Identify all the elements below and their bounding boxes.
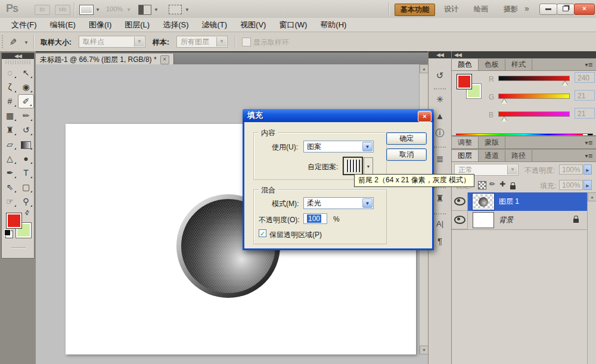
sample-size-select[interactable]: 取样点 ▼ xyxy=(79,36,145,48)
tab-close-icon[interactable]: × xyxy=(160,55,169,64)
workspace-basic-button[interactable]: 基本功能 xyxy=(395,4,435,16)
workspace-photography-button[interactable]: 摄影 xyxy=(498,4,523,15)
minibridge-icon[interactable]: Mb xyxy=(55,5,70,15)
screen-mode-icon[interactable] xyxy=(169,5,182,14)
dialog-opacity-input[interactable]: 100 xyxy=(303,213,327,224)
path-selection-tool-icon[interactable]: ⇖ xyxy=(2,180,18,194)
dialog-close-icon[interactable]: × xyxy=(418,111,432,122)
layer-thumbnail[interactable] xyxy=(473,212,494,228)
slider-b-value[interactable]: 21 xyxy=(575,108,595,119)
bridge-icon[interactable]: Br xyxy=(35,5,50,15)
zoom-level[interactable]: 100% xyxy=(106,4,123,14)
view-extras-caret-icon[interactable]: ▼ xyxy=(95,7,100,13)
slider-r-value[interactable]: 240 xyxy=(575,72,595,83)
view-extras-icon[interactable] xyxy=(79,5,94,15)
navigator-icon[interactable]: ✳ xyxy=(429,94,451,105)
menu-edit[interactable]: 编辑(E) xyxy=(44,18,82,32)
custom-pattern-swatch[interactable] xyxy=(343,157,362,175)
layers-scrollbar[interactable]: ▲ xyxy=(587,192,596,364)
layer-thumbnail[interactable] xyxy=(473,194,494,210)
layer-row-background[interactable]: 背景 xyxy=(452,211,587,230)
menu-window[interactable]: 窗口(W) xyxy=(272,18,313,32)
slider-r[interactable] xyxy=(498,76,570,81)
lock-transparency-icon[interactable] xyxy=(478,181,486,189)
slider-b-thumb[interactable] xyxy=(501,117,507,122)
eye-icon[interactable] xyxy=(454,216,465,224)
fill-value[interactable]: 100% xyxy=(559,180,583,190)
use-select[interactable]: 图案 ▼ xyxy=(303,141,374,153)
visibility-cell[interactable] xyxy=(452,192,468,211)
scroll-up-icon[interactable]: ▲ xyxy=(420,64,429,73)
mode-select[interactable]: 柔光 ▼ xyxy=(303,197,374,209)
fill-arrow-icon[interactable]: ▶ xyxy=(583,180,592,190)
swap-colors-icon[interactable]: ⇄ xyxy=(23,209,31,217)
dock-collapse-icon[interactable]: ◀◀ xyxy=(429,51,451,58)
burn-tool-icon[interactable]: ● xyxy=(18,151,34,166)
color-foreground-swatch[interactable] xyxy=(457,74,472,89)
preserve-transparency-checkbox[interactable]: ✓ xyxy=(259,229,266,237)
eraser-tool-icon[interactable]: ▱ xyxy=(2,137,18,151)
sample-select[interactable]: 所有图层 ▼ xyxy=(176,36,228,48)
opacity-value[interactable]: 100% xyxy=(559,164,583,175)
default-colors-icon[interactable] xyxy=(4,229,11,236)
arrange-documents-icon[interactable] xyxy=(138,5,151,15)
arrange-caret-icon[interactable]: ▼ xyxy=(154,7,159,13)
screen-mode-caret-icon[interactable]: ▼ xyxy=(185,7,190,13)
eyedropper-tool-icon[interactable]: ✐ xyxy=(10,36,17,46)
layer-row-1[interactable]: 图层 1 xyxy=(452,192,587,211)
tab-styles[interactable]: 样式 xyxy=(505,59,532,70)
layer-name[interactable]: 图层 1 xyxy=(499,197,519,207)
eyedropper-tool-selected-icon[interactable]: ✐ xyxy=(18,94,34,108)
restore-button[interactable] xyxy=(557,4,575,15)
type-tool-icon[interactable]: T xyxy=(18,166,34,180)
scroll-up-icon[interactable]: ▲ xyxy=(588,192,596,201)
crop-tool-icon[interactable]: # xyxy=(2,94,18,108)
marquee-tool-icon[interactable]: ◌ xyxy=(2,66,18,80)
pattern-picker-arrow-icon[interactable]: ▼ xyxy=(364,157,373,176)
tab-color[interactable]: 颜色 xyxy=(452,59,479,70)
scroll-down-icon[interactable]: ▼ xyxy=(420,346,429,354)
clone-stamp-tool-icon[interactable]: ♜ xyxy=(2,123,18,137)
hand-tool-icon[interactable]: ☞ xyxy=(2,194,18,209)
zoom-tool-icon[interactable]: ⚲ xyxy=(18,194,34,209)
opacity-arrow-icon[interactable]: ▶ xyxy=(583,164,592,175)
workspace-painting-button[interactable]: 绘画 xyxy=(468,4,493,15)
menu-select[interactable]: 选择(S) xyxy=(156,18,195,32)
tab-swatches[interactable]: 色板 xyxy=(479,59,505,70)
ok-button[interactable]: 确定 xyxy=(386,132,427,145)
slider-g-thumb[interactable] xyxy=(501,99,507,104)
tab-paths[interactable]: 路径 xyxy=(505,150,532,161)
document-tab[interactable]: 未标题-1 @ 66.7% (图层 1, RGB/8) * × xyxy=(36,54,174,66)
menu-filter[interactable]: 滤镜(T) xyxy=(195,18,234,32)
foreground-color-swatch[interactable] xyxy=(6,213,22,229)
shape-tool-icon[interactable]: ▢ xyxy=(18,180,34,194)
tab-masks[interactable]: 蒙版 xyxy=(479,137,505,148)
menu-image[interactable]: 图像(I) xyxy=(82,18,118,32)
panel-menu-icon[interactable]: ▾≣ xyxy=(585,59,596,70)
eye-icon[interactable] xyxy=(454,197,465,206)
fill-dialog-titlebar[interactable]: 填充 × xyxy=(243,109,434,122)
tab-adjustments[interactable]: 调整 xyxy=(452,137,479,148)
quick-selection-tool-icon[interactable]: ◉ xyxy=(18,80,34,94)
pen-tool-icon[interactable]: ✒ xyxy=(2,166,18,180)
history-brush-tool-icon[interactable]: ↺ xyxy=(18,123,34,137)
slider-g-value[interactable]: 21 xyxy=(575,90,595,101)
lock-position-icon[interactable]: ✚ xyxy=(499,180,505,188)
history-icon[interactable]: ↺ xyxy=(429,70,451,81)
visibility-cell[interactable] xyxy=(452,211,468,229)
cancel-button[interactable]: 取消 xyxy=(386,148,427,161)
slider-b[interactable] xyxy=(498,111,570,117)
lock-all-icon[interactable] xyxy=(510,183,516,191)
layer-name[interactable]: 背景 xyxy=(499,215,513,225)
menu-view[interactable]: 视图(V) xyxy=(234,18,272,32)
lasso-tool-icon[interactable]: ζ xyxy=(2,80,18,94)
minimize-button[interactable] xyxy=(539,4,557,15)
workspace-design-button[interactable]: 设计 xyxy=(439,4,464,15)
show-sampling-ring-checkbox[interactable] xyxy=(242,38,251,46)
tool-preset-caret-icon[interactable]: ▼ xyxy=(24,40,29,45)
workspace-more-chevron[interactable]: » xyxy=(524,4,529,13)
brush-tool-icon[interactable]: ✏ xyxy=(18,108,34,123)
lock-paint-icon[interactable]: ✏ xyxy=(489,180,495,188)
menu-layer[interactable]: 图层(L) xyxy=(118,18,156,32)
healing-brush-tool-icon[interactable]: ▦ xyxy=(2,108,18,123)
